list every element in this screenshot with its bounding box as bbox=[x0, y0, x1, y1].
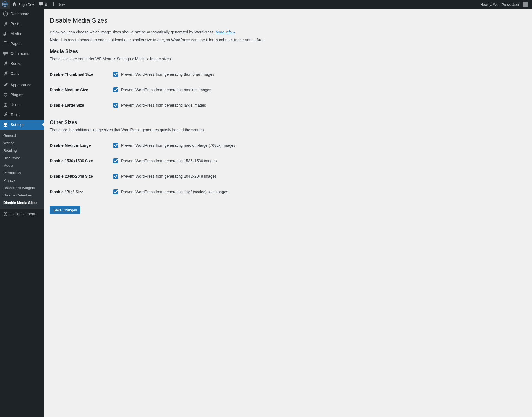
menu-item-dashboard[interactable]: Dashboard bbox=[0, 9, 44, 19]
svg-point-11 bbox=[4, 212, 7, 216]
save-button[interactable]: Save Changes bbox=[50, 206, 80, 214]
menu-item-media[interactable]: Media bbox=[0, 29, 44, 39]
checkbox-text: Prevent WordPress from generating medium… bbox=[121, 88, 211, 92]
new-label: New bbox=[58, 2, 65, 7]
admin-sidebar: DashboardPostsMediaPagesCommentsBooksCar… bbox=[0, 9, 44, 417]
svg-point-2 bbox=[5, 14, 6, 14]
checkbox-label[interactable]: Prevent WordPress from generating 1536x1… bbox=[113, 158, 524, 163]
my-account-link[interactable]: Howdy, WordPress User bbox=[478, 0, 530, 9]
menu-item-label: Tools bbox=[11, 112, 20, 117]
table-row: Disable Large SizePrevent WordPress from… bbox=[50, 98, 526, 113]
settings-submenu: GeneralWritingReadingDiscussionMediaPerm… bbox=[0, 130, 44, 209]
admin-toolbar: Edge Dev 0 New Howdy, WordPress User bbox=[0, 0, 532, 9]
note-text: Note: It is recommended to enable at lea… bbox=[50, 38, 526, 42]
svg-rect-9 bbox=[6, 124, 7, 125]
submenu-item-discussion[interactable]: Discussion bbox=[0, 154, 44, 162]
option-label: Disable Medium Size bbox=[50, 82, 111, 98]
plus-icon bbox=[51, 2, 56, 7]
other-checkbox-2[interactable] bbox=[113, 174, 118, 179]
home-icon bbox=[12, 2, 17, 7]
other-sizes-table: Disable Medium LargePrevent WordPress fr… bbox=[50, 138, 526, 200]
submenu-item-media[interactable]: Media bbox=[0, 162, 44, 169]
checkbox-text: Prevent WordPress from generating large … bbox=[121, 103, 206, 107]
media-checkbox-0[interactable] bbox=[113, 72, 118, 77]
pin-icon bbox=[3, 61, 8, 66]
pin-icon bbox=[3, 21, 8, 27]
comments-count: 0 bbox=[45, 2, 47, 7]
option-label: Disable Large Size bbox=[50, 98, 111, 113]
other-sizes-heading: Other Sizes bbox=[50, 120, 526, 125]
menu-item-comments[interactable]: Comments bbox=[0, 49, 44, 59]
howdy-text: Howdy, WordPress User bbox=[480, 2, 519, 7]
submenu-item-dashboard-widgets[interactable]: Dashboard Widgets bbox=[0, 184, 44, 192]
table-row: Disable "Big" SizePrevent WordPress from… bbox=[50, 184, 526, 200]
collapse-label: Collapse menu bbox=[11, 212, 36, 216]
menu-item-settings[interactable]: Settings bbox=[0, 120, 44, 130]
table-row: Disable 2048x2048 SizePrevent WordPress … bbox=[50, 169, 526, 184]
site-name: Edge Dev bbox=[18, 2, 34, 7]
brush-icon bbox=[3, 82, 8, 88]
checkbox-text: Prevent WordPress from generating 1536x1… bbox=[121, 159, 217, 163]
svg-rect-10 bbox=[5, 125, 6, 127]
media-checkbox-2[interactable] bbox=[113, 103, 118, 108]
wrench-icon bbox=[3, 112, 8, 117]
intro-text: Below you can choose which image sizes s… bbox=[50, 30, 526, 34]
menu-item-label: Books bbox=[11, 61, 21, 66]
dashboard-icon bbox=[3, 11, 8, 17]
table-row: Disable Medium SizePrevent WordPress fro… bbox=[50, 82, 526, 98]
other-sizes-desc: These are the additional image sizes tha… bbox=[50, 128, 526, 132]
submenu-item-disable-gutenberg[interactable]: Disable Gutenberg bbox=[0, 192, 44, 199]
checkbox-label[interactable]: Prevent WordPress from generating 2048x2… bbox=[113, 174, 524, 179]
svg-rect-5 bbox=[4, 123, 7, 124]
wp-logo[interactable] bbox=[0, 0, 10, 9]
menu-item-label: Pages bbox=[11, 41, 22, 46]
comments-link[interactable]: 0 bbox=[36, 0, 49, 9]
svg-rect-8 bbox=[4, 123, 5, 124]
checkbox-label[interactable]: Prevent WordPress from generating large … bbox=[113, 103, 524, 108]
plug-icon bbox=[3, 92, 8, 98]
table-row: Disable 1536x1536 SizePrevent WordPress … bbox=[50, 153, 526, 169]
comment-icon bbox=[38, 2, 43, 7]
pin-icon bbox=[3, 71, 8, 76]
menu-item-tools[interactable]: Tools bbox=[0, 110, 44, 120]
submenu-item-general[interactable]: General bbox=[0, 132, 44, 139]
menu-item-plugins[interactable]: Plugins bbox=[0, 90, 44, 100]
page-content: Disable Media Sizes Below you can choose… bbox=[44, 9, 532, 417]
menu-item-posts[interactable]: Posts bbox=[0, 19, 44, 29]
other-checkbox-1[interactable] bbox=[113, 158, 118, 163]
page-icon bbox=[3, 41, 8, 46]
menu-item-pages[interactable]: Pages bbox=[0, 39, 44, 49]
media-checkbox-1[interactable] bbox=[113, 87, 118, 92]
submenu-item-privacy[interactable]: Privacy bbox=[0, 177, 44, 184]
menu-item-cars[interactable]: Cars bbox=[0, 69, 44, 78]
collapse-menu-button[interactable]: Collapse menu bbox=[0, 209, 44, 219]
more-info-link[interactable]: More info » bbox=[216, 30, 235, 34]
checkbox-text: Prevent WordPress from generating "big" … bbox=[121, 190, 228, 194]
submenu-item-disable-media-sizes[interactable]: Disable Media Sizes bbox=[0, 199, 44, 206]
media-sizes-heading: Media Sizes bbox=[50, 49, 526, 54]
option-label: Disable Medium Large bbox=[50, 138, 111, 153]
submenu-item-reading[interactable]: Reading bbox=[0, 147, 44, 154]
submenu-item-permalinks[interactable]: Permalinks bbox=[0, 169, 44, 177]
media-icon bbox=[3, 31, 8, 36]
menu-item-users[interactable]: Users bbox=[0, 100, 44, 110]
other-checkbox-3[interactable] bbox=[113, 189, 118, 194]
svg-rect-6 bbox=[4, 124, 7, 125]
checkbox-text: Prevent WordPress from generating thumbn… bbox=[121, 72, 214, 77]
option-label: Disable 2048x2048 Size bbox=[50, 169, 111, 184]
other-checkbox-0[interactable] bbox=[113, 143, 118, 148]
menu-item-appearance[interactable]: Appearance bbox=[0, 80, 44, 90]
checkbox-label[interactable]: Prevent WordPress from generating thumbn… bbox=[113, 72, 524, 77]
option-label: Disable Thumbnail Size bbox=[50, 67, 111, 82]
page-title: Disable Media Sizes bbox=[50, 14, 526, 25]
avatar bbox=[523, 2, 528, 7]
new-content-link[interactable]: New bbox=[49, 0, 67, 9]
media-sizes-desc: These sizes are set under WP Menu > Sett… bbox=[50, 57, 526, 61]
submenu-item-writing[interactable]: Writing bbox=[0, 139, 44, 147]
checkbox-label[interactable]: Prevent WordPress from generating medium… bbox=[113, 143, 524, 148]
site-name-link[interactable]: Edge Dev bbox=[10, 0, 36, 9]
menu-item-books[interactable]: Books bbox=[0, 59, 44, 69]
checkbox-label[interactable]: Prevent WordPress from generating medium… bbox=[113, 87, 524, 92]
menu-item-label: Media bbox=[11, 32, 21, 36]
checkbox-label[interactable]: Prevent WordPress from generating "big" … bbox=[113, 189, 524, 194]
